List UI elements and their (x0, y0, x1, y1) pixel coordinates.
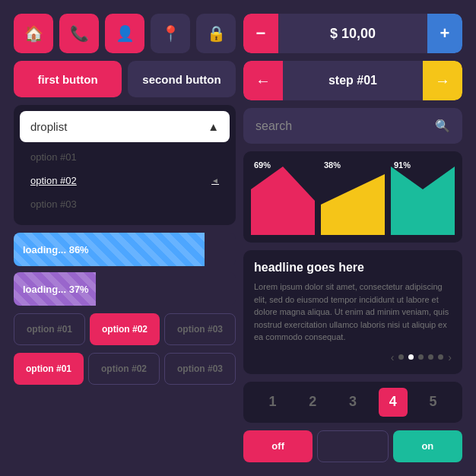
progress-bar-2: loading... 37% (14, 272, 236, 306)
num-btn-3[interactable]: 3 (338, 388, 367, 417)
action-buttons-row: first button second button (14, 61, 236, 97)
svg-marker-2 (391, 167, 455, 235)
dropdown-placeholder: droplist (30, 120, 67, 133)
progress-bar-1: loading... 86% (14, 233, 236, 266)
headline-card: headline goes here Lorem ipsum dolor sit… (243, 250, 462, 374)
second-button[interactable]: second button (128, 61, 236, 97)
toggle-off-button[interactable]: off (243, 430, 313, 462)
bar-label-3: 91% (394, 160, 411, 170)
svg-marker-1 (321, 174, 385, 235)
progress-label-2: loading... 37% (14, 284, 89, 295)
option-3b[interactable]: option #03 (164, 353, 236, 385)
progress-bars: loading... 86% loading... 37% (14, 233, 236, 306)
headline-body: Lorem ipsum dolor sit amet, consectetur … (254, 281, 452, 344)
icon-row: 🏠 📞 👤 📍 🔒 (14, 14, 236, 53)
dropdown-header[interactable]: droplist ▲ (20, 111, 230, 142)
page-dot-3[interactable] (418, 354, 424, 360)
num-btn-4[interactable]: 4 (379, 388, 408, 417)
lock-button[interactable]: 🔒 (196, 14, 236, 53)
person-button[interactable]: 👤 (105, 14, 144, 53)
chart-bar-2: 38% (321, 159, 385, 235)
dropdown-option-1[interactable]: option #01 (20, 145, 230, 169)
location-button[interactable]: 📍 (151, 14, 190, 53)
option-3a[interactable]: option #03 (164, 313, 236, 345)
counter-row: − $ 10,00 + (243, 14, 462, 53)
prev-page-arrow[interactable]: ‹ (391, 351, 395, 363)
option-2b[interactable]: option #02 (88, 353, 160, 385)
dropdown-option-3[interactable]: option #03 (20, 192, 230, 216)
step-row: ← step #01 → (243, 61, 462, 100)
step-back-button[interactable]: ← (243, 61, 283, 100)
page-dot-2[interactable] (408, 354, 414, 360)
minus-button[interactable]: − (243, 14, 278, 53)
home-button[interactable]: 🏠 (14, 14, 53, 53)
search-bar[interactable]: search 🔍 (243, 108, 462, 144)
pagination-row: ‹ › (254, 351, 452, 363)
counter-value: $ 10,00 (278, 26, 427, 42)
dropdown-container: droplist ▲ option #01 option #02 option … (14, 105, 236, 225)
search-icon: 🔍 (435, 119, 450, 133)
toggle-row: off on (243, 430, 462, 462)
search-placeholder: search (255, 119, 292, 133)
option-1b[interactable]: option #01 (14, 353, 84, 385)
toggle-on-button[interactable]: on (393, 430, 462, 462)
chart-container: 69% 38% 91% (243, 151, 462, 243)
chart-bar-1: 69% (251, 159, 315, 235)
svg-marker-0 (251, 167, 315, 235)
first-button[interactable]: first button (14, 61, 122, 97)
dropdown-option-2[interactable]: option #02 (20, 169, 230, 192)
page-dot-5[interactable] (438, 354, 443, 360)
headline-title: headline goes here (254, 261, 452, 274)
step-forward-button[interactable]: → (423, 61, 462, 100)
dropdown-arrow-icon: ▲ (208, 120, 219, 133)
option-2a[interactable]: option #02 (90, 313, 160, 345)
option-1a[interactable]: option #01 (14, 313, 85, 345)
options-row-2: option #01 option #02 option #03 (14, 353, 236, 385)
num-btn-2[interactable]: 2 (298, 388, 327, 417)
progress-label-1: loading... 86% (14, 244, 89, 255)
bar-label-2: 38% (324, 160, 341, 170)
chart-bar-3: 91% (391, 159, 455, 235)
plus-button[interactable]: + (427, 14, 462, 53)
dropdown-options: option #01 option #02 option #03 (20, 142, 230, 219)
page-dot-4[interactable] (428, 354, 433, 360)
page-dot-1[interactable] (398, 354, 404, 360)
bar-label-1: 69% (254, 160, 271, 170)
phone-button[interactable]: 📞 (59, 14, 99, 53)
num-btn-1[interactable]: 1 (258, 388, 287, 417)
toggle-inactive-button[interactable] (317, 430, 388, 462)
step-label: step #01 (283, 74, 423, 87)
number-pad: 1 2 3 4 5 (243, 382, 462, 423)
num-btn-5[interactable]: 5 (419, 388, 448, 417)
options-row-1: option #01 option #02 option #03 (14, 313, 236, 345)
next-page-arrow[interactable]: › (448, 351, 452, 363)
